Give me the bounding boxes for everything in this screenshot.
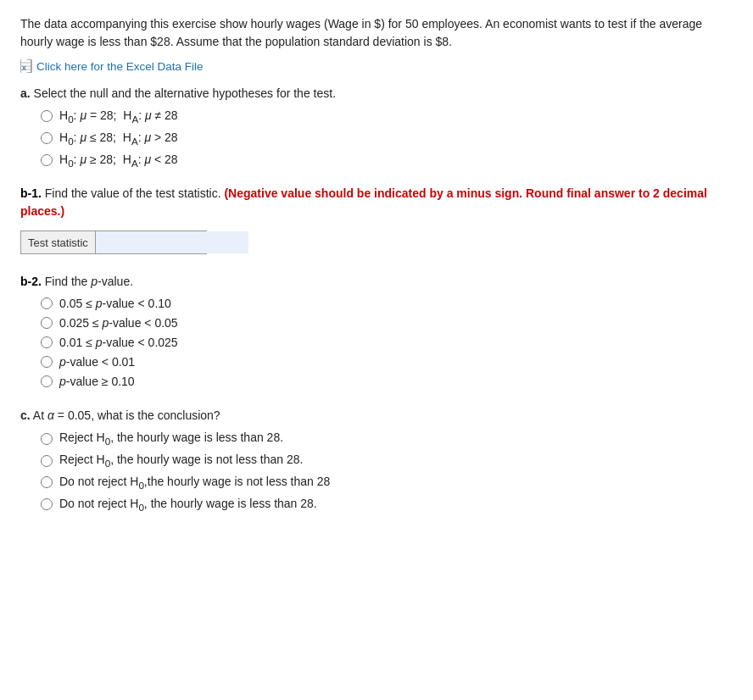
radio-a2[interactable] xyxy=(41,132,53,144)
radio-c2[interactable] xyxy=(41,455,53,467)
label-c3: Do not reject H0,the hourly wage is not … xyxy=(59,475,330,491)
option-b2[interactable]: 0.025 ≤ p-value < 0.05 xyxy=(41,316,733,330)
label-c2: Reject H0, the hourly wage is not less t… xyxy=(59,453,303,469)
label-b1: 0.05 ≤ p-value < 0.10 xyxy=(59,297,171,310)
c-prompt: c. At α = 0.05, what is the conclusion? xyxy=(20,408,733,422)
c-options: Reject H0, the hourly wage is less than … xyxy=(41,431,733,512)
label-b3: 0.01 ≤ p-value < 0.025 xyxy=(59,336,178,349)
section-a-label: a. Select the null and the alternative h… xyxy=(20,86,733,100)
option-c2[interactable]: Reject H0, the hourly wage is not less t… xyxy=(41,453,733,469)
intro-text: The data accompanying this exercise show… xyxy=(20,15,733,51)
radio-b1[interactable] xyxy=(41,297,53,309)
option-b3[interactable]: 0.01 ≤ p-value < 0.025 xyxy=(41,336,733,349)
section-b2: b-2. Find the p-value. 0.05 ≤ p-value < … xyxy=(20,275,733,388)
option-c3[interactable]: Do not reject H0,the hourly wage is not … xyxy=(41,475,733,491)
option-a1[interactable]: H0: μ = 28; HA: μ ≠ 28 xyxy=(41,108,733,125)
option-c1[interactable]: Reject H0, the hourly wage is less than … xyxy=(41,431,733,447)
test-statistic-input[interactable] xyxy=(96,231,248,253)
radio-a1[interactable] xyxy=(41,110,53,122)
radio-b5[interactable] xyxy=(41,375,53,387)
option-c4[interactable]: Do not reject H0, the hourly wage is les… xyxy=(41,497,733,513)
b2-prompt: b-2. Find the p-value. xyxy=(20,275,733,288)
label-a2: H0: μ ≤ 28; HA: μ > 28 xyxy=(59,131,178,147)
b2-options: 0.05 ≤ p-value < 0.10 0.025 ≤ p-value < … xyxy=(41,297,733,388)
radio-b2[interactable] xyxy=(41,317,53,329)
option-a2[interactable]: H0: μ ≤ 28; HA: μ > 28 xyxy=(41,131,733,147)
b1-instruction: b-1. Find the value of the test statisti… xyxy=(20,185,733,220)
radio-a3[interactable] xyxy=(41,154,53,166)
label-c1: Reject H0, the hourly wage is less than … xyxy=(59,431,283,447)
excel-link[interactable]: X Click here for the Excel Data File xyxy=(20,59,733,73)
test-statistic-field[interactable]: Test statistic xyxy=(20,231,207,254)
svg-text:X: X xyxy=(22,65,26,71)
radio-b3[interactable] xyxy=(41,336,53,348)
section-a-options: H0: μ = 28; HA: μ ≠ 28 H0: μ ≤ 28; HA: μ… xyxy=(41,108,733,168)
radio-b4[interactable] xyxy=(41,356,53,368)
radio-c4[interactable] xyxy=(41,498,53,510)
option-a3[interactable]: H0: μ ≥ 28; HA: μ < 28 xyxy=(41,153,733,169)
label-b2: 0.025 ≤ p-value < 0.05 xyxy=(59,316,178,330)
radio-c3[interactable] xyxy=(41,476,53,488)
label-b5: p-value ≥ 0.10 xyxy=(59,375,135,388)
excel-icon: X xyxy=(20,59,32,73)
label-a1: H0: μ = 28; HA: μ ≠ 28 xyxy=(59,108,178,125)
test-statistic-label: Test statistic xyxy=(21,231,96,253)
radio-c1[interactable] xyxy=(41,433,53,445)
label-c4: Do not reject H0, the hourly wage is les… xyxy=(59,497,317,513)
excel-link-label: Click here for the Excel Data File xyxy=(36,60,204,73)
label-b4: p-value < 0.01 xyxy=(59,355,135,369)
option-b4[interactable]: p-value < 0.01 xyxy=(41,355,733,369)
section-c: c. At α = 0.05, what is the conclusion? … xyxy=(20,408,733,512)
section-b1: b-1. Find the value of the test statisti… xyxy=(20,185,733,254)
section-a: a. Select the null and the alternative h… xyxy=(20,86,733,168)
label-a3: H0: μ ≥ 28; HA: μ < 28 xyxy=(59,153,178,169)
option-b5[interactable]: p-value ≥ 0.10 xyxy=(41,375,733,388)
option-b1[interactable]: 0.05 ≤ p-value < 0.10 xyxy=(41,297,733,310)
